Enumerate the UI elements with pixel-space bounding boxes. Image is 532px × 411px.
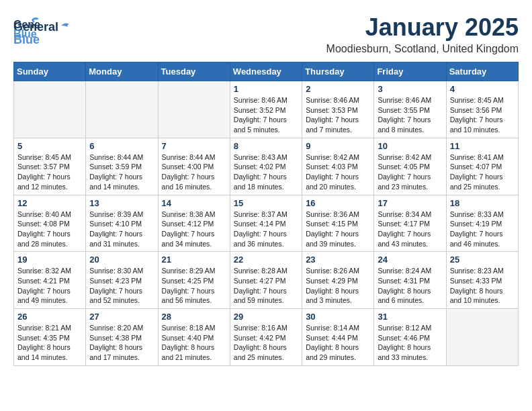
day-header-sunday: Sunday [14,62,86,81]
calendar-cell: 23Sunrise: 8:26 AM Sunset: 4:29 PM Dayli… [302,252,374,309]
calendar-cell: 29Sunrise: 8:16 AM Sunset: 4:42 PM Dayli… [230,309,302,366]
day-info: Sunrise: 8:29 AM Sunset: 4:25 PM Dayligh… [162,266,226,306]
page-header: General Blue General Blue January 2025 M… [13,13,519,55]
day-number: 11 [450,141,515,151]
calendar-cell: 3Sunrise: 8:46 AM Sunset: 3:55 PM Daylig… [374,81,446,138]
calendar-week-row: 19Sunrise: 8:32 AM Sunset: 4:21 PM Dayli… [14,252,519,309]
day-info: Sunrise: 8:43 AM Sunset: 4:02 PM Dayligh… [234,152,298,192]
calendar-cell: 16Sunrise: 8:36 AM Sunset: 4:15 PM Dayli… [302,195,374,252]
day-header-monday: Monday [86,62,158,81]
location-title: Moodiesburn, Scotland, United Kingdom [326,43,519,55]
day-info: Sunrise: 8:44 AM Sunset: 3:59 PM Dayligh… [89,152,154,192]
calendar-cell: 12Sunrise: 8:40 AM Sunset: 4:08 PM Dayli… [14,195,86,252]
day-info: Sunrise: 8:46 AM Sunset: 3:52 PM Dayligh… [234,95,298,135]
calendar-cell: 27Sunrise: 8:20 AM Sunset: 4:38 PM Dayli… [86,309,158,366]
calendar-table: SundayMondayTuesdayWednesdayThursdayFrid… [13,62,519,366]
calendar-cell: 26Sunrise: 8:21 AM Sunset: 4:35 PM Dayli… [14,309,86,366]
calendar-cell: 20Sunrise: 8:30 AM Sunset: 4:23 PM Dayli… [86,252,158,309]
day-info: Sunrise: 8:37 AM Sunset: 4:14 PM Dayligh… [234,210,298,249]
day-info: Sunrise: 8:40 AM Sunset: 4:08 PM Dayligh… [17,210,82,249]
day-number: 22 [234,255,298,265]
day-number: 2 [306,84,370,94]
day-number: 10 [378,141,442,151]
day-number: 25 [450,255,515,265]
calendar-cell: 17Sunrise: 8:34 AM Sunset: 4:17 PM Dayli… [374,195,446,252]
calendar-cell: 18Sunrise: 8:33 AM Sunset: 4:19 PM Dayli… [446,195,518,252]
day-header-saturday: Saturday [446,62,518,81]
calendar-cell [158,81,230,138]
calendar-cell: 22Sunrise: 8:28 AM Sunset: 4:27 PM Dayli… [230,252,302,309]
month-title: January 2025 [326,13,519,42]
day-info: Sunrise: 8:42 AM Sunset: 4:05 PM Dayligh… [378,152,442,192]
day-info: Sunrise: 8:32 AM Sunset: 4:21 PM Dayligh… [17,266,82,306]
day-header-wednesday: Wednesday [230,62,302,81]
day-number: 12 [17,198,82,208]
day-number: 19 [17,255,82,265]
svg-text:Blue: Blue [13,28,37,40]
title-block: January 2025 Moodiesburn, Scotland, Unit… [326,13,519,55]
calendar-cell: 15Sunrise: 8:37 AM Sunset: 4:14 PM Dayli… [230,195,302,252]
day-header-friday: Friday [374,62,446,81]
calendar-cell: 25Sunrise: 8:23 AM Sunset: 4:33 PM Dayli… [446,252,518,309]
day-number: 5 [17,141,82,151]
calendar-week-row: 5Sunrise: 8:45 AM Sunset: 3:57 PM Daylig… [14,138,519,195]
calendar-cell: 4Sunrise: 8:45 AM Sunset: 3:56 PM Daylig… [446,81,518,138]
calendar-cell: 13Sunrise: 8:39 AM Sunset: 4:10 PM Dayli… [86,195,158,252]
day-info: Sunrise: 8:28 AM Sunset: 4:27 PM Dayligh… [234,266,298,306]
day-number: 1 [234,84,298,94]
day-number: 6 [89,141,154,151]
day-info: Sunrise: 8:30 AM Sunset: 4:23 PM Dayligh… [89,266,154,306]
calendar-week-row: 1Sunrise: 8:46 AM Sunset: 3:52 PM Daylig… [14,81,519,138]
day-number: 3 [378,84,442,94]
day-info: Sunrise: 8:33 AM Sunset: 4:19 PM Dayligh… [450,210,515,249]
day-info: Sunrise: 8:36 AM Sunset: 4:15 PM Dayligh… [306,210,370,249]
day-info: Sunrise: 8:46 AM Sunset: 3:55 PM Dayligh… [378,95,442,135]
day-number: 23 [306,255,370,265]
calendar-cell: 2Sunrise: 8:46 AM Sunset: 3:53 PM Daylig… [302,81,374,138]
day-info: Sunrise: 8:12 AM Sunset: 4:46 PM Dayligh… [378,323,442,363]
day-info: Sunrise: 8:45 AM Sunset: 3:56 PM Dayligh… [450,95,515,135]
day-number: 4 [450,84,515,94]
day-number: 13 [89,198,154,208]
calendar-cell [14,81,86,138]
day-info: Sunrise: 8:39 AM Sunset: 4:10 PM Dayligh… [89,210,154,249]
day-info: Sunrise: 8:26 AM Sunset: 4:29 PM Dayligh… [306,266,370,306]
day-number: 27 [89,312,154,322]
day-info: Sunrise: 8:46 AM Sunset: 3:53 PM Dayligh… [306,95,370,135]
calendar-week-row: 26Sunrise: 8:21 AM Sunset: 4:35 PM Dayli… [14,309,519,366]
calendar-cell: 14Sunrise: 8:38 AM Sunset: 4:12 PM Dayli… [158,195,230,252]
logo: General Blue General Blue [13,13,73,47]
day-number: 26 [17,312,82,322]
calendar-cell: 11Sunrise: 8:41 AM Sunset: 4:07 PM Dayli… [446,138,518,195]
day-info: Sunrise: 8:16 AM Sunset: 4:42 PM Dayligh… [234,323,298,363]
day-info: Sunrise: 8:42 AM Sunset: 4:03 PM Dayligh… [306,152,370,192]
day-info: Sunrise: 8:38 AM Sunset: 4:12 PM Dayligh… [162,210,226,249]
day-number: 29 [234,312,298,322]
day-number: 31 [378,312,442,322]
day-number: 16 [306,198,370,208]
day-number: 30 [306,312,370,322]
day-info: Sunrise: 8:20 AM Sunset: 4:38 PM Dayligh… [89,323,154,363]
day-number: 14 [162,198,226,208]
day-header-tuesday: Tuesday [158,62,230,81]
calendar-week-row: 12Sunrise: 8:40 AM Sunset: 4:08 PM Dayli… [14,195,519,252]
calendar-cell: 21Sunrise: 8:29 AM Sunset: 4:25 PM Dayli… [158,252,230,309]
calendar-cell: 10Sunrise: 8:42 AM Sunset: 4:05 PM Dayli… [374,138,446,195]
day-info: Sunrise: 8:24 AM Sunset: 4:31 PM Dayligh… [378,266,442,306]
day-info: Sunrise: 8:45 AM Sunset: 3:57 PM Dayligh… [17,152,82,192]
day-number: 8 [234,141,298,151]
calendar-cell: 24Sunrise: 8:24 AM Sunset: 4:31 PM Dayli… [374,252,446,309]
day-number: 24 [378,255,442,265]
day-number: 17 [378,198,442,208]
calendar-cell: 30Sunrise: 8:14 AM Sunset: 4:44 PM Dayli… [302,309,374,366]
calendar-cell: 9Sunrise: 8:42 AM Sunset: 4:03 PM Daylig… [302,138,374,195]
calendar-cell: 8Sunrise: 8:43 AM Sunset: 4:02 PM Daylig… [230,138,302,195]
day-number: 7 [162,141,226,151]
calendar-cell: 6Sunrise: 8:44 AM Sunset: 3:59 PM Daylig… [86,138,158,195]
calendar-cell: 19Sunrise: 8:32 AM Sunset: 4:21 PM Dayli… [14,252,86,309]
day-number: 21 [162,255,226,265]
day-number: 28 [162,312,226,322]
day-number: 20 [89,255,154,265]
day-info: Sunrise: 8:23 AM Sunset: 4:33 PM Dayligh… [450,266,515,306]
calendar-cell: 1Sunrise: 8:46 AM Sunset: 3:52 PM Daylig… [230,81,302,138]
